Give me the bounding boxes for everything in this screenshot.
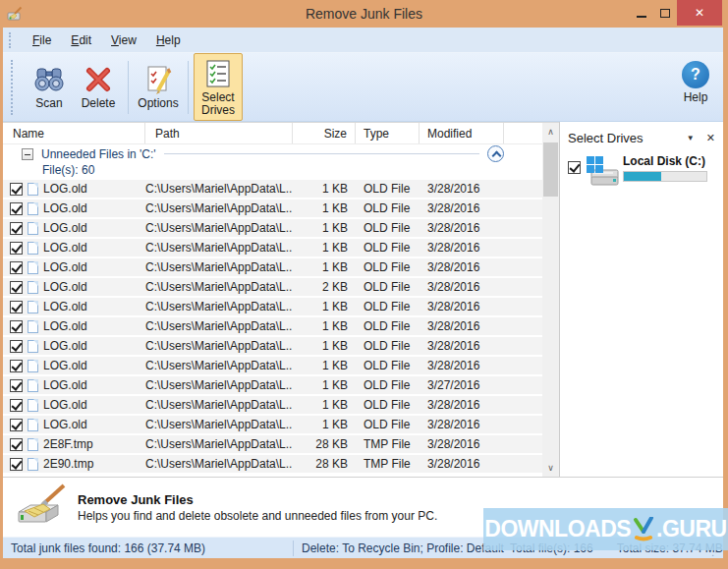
table-row[interactable]: LOG.old C:\Users\Mariel\AppData\L... 1 K… <box>3 376 559 394</box>
file-size: 1 KB <box>293 221 356 235</box>
row-checkbox[interactable] <box>10 399 23 412</box>
table-row[interactable]: LOG.old C:\Users\Mariel\AppData\L... 1 K… <box>3 199 559 217</box>
maximize-button[interactable] <box>653 9 677 18</box>
table-row[interactable]: LOG.old C:\Users\Mariel\AppData\L... 1 K… <box>3 258 559 276</box>
group-count: File(s): 60 <box>3 163 559 178</box>
menu-view[interactable]: View <box>101 30 146 50</box>
file-name: LOG.old <box>43 221 87 235</box>
file-path: C:\Users\Mariel\AppData\L... <box>145 339 293 353</box>
file-modified: 3/28/2016 <box>420 182 504 196</box>
table-row[interactable]: LOG.old C:\Users\Mariel\AppData\L... 1 K… <box>3 416 559 433</box>
column-header-name[interactable]: Name <box>3 123 145 143</box>
file-type: OLD File <box>356 339 420 353</box>
table-row[interactable]: LOG.old C:\Users\Mariel\AppData\L... 1 K… <box>3 180 559 198</box>
file-path: C:\Users\Mariel\AppData\L... <box>145 260 293 274</box>
row-checkbox[interactable] <box>10 261 23 274</box>
file-modified: 3/28/2016 <box>420 398 504 412</box>
watermark-overlay: DOWNLOADS .GURU <box>483 508 728 550</box>
table-row[interactable]: LOG.old C:\Users\Mariel\AppData\L... 1 K… <box>3 317 559 335</box>
table-row[interactable]: 2E90.tmp C:\Users\Mariel\AppData\L... 28… <box>3 455 559 473</box>
watermark-text-left: DOWNLOADS <box>484 516 631 542</box>
binoculars-icon <box>33 63 65 96</box>
table-row[interactable]: LOG.old C:\Users\Mariel\AppData\L... 1 K… <box>3 219 559 237</box>
column-header-path[interactable]: Path <box>145 123 293 143</box>
menu-help[interactable]: Help <box>146 30 191 50</box>
file-name: 2E90.tmp <box>43 457 93 471</box>
toolbar-separator <box>128 61 129 114</box>
row-checkbox[interactable] <box>10 281 23 294</box>
chevron-down-icon[interactable]: ▼ <box>683 134 699 142</box>
drive-item[interactable]: Local Disk (C:) <box>568 154 717 188</box>
scan-button[interactable]: Scan <box>25 60 74 113</box>
options-button[interactable]: Options <box>134 60 183 113</box>
file-size: 1 KB <box>293 182 356 196</box>
help-label: Help <box>684 90 708 104</box>
row-checkbox[interactable] <box>10 222 23 235</box>
collapse-chevron-button[interactable] <box>487 145 504 162</box>
panel-close-icon[interactable]: ✕ <box>699 132 717 144</box>
file-icon <box>28 320 38 333</box>
row-checkbox[interactable] <box>10 320 23 333</box>
collapse-minus-icon[interactable] <box>22 148 33 160</box>
file-size: 1 KB <box>293 359 356 372</box>
client-area: File Edit View Help <box>3 28 723 558</box>
row-checkbox[interactable] <box>10 419 23 431</box>
minimize-button[interactable] <box>630 4 653 22</box>
file-path: C:\Users\Mariel\AppData\L... <box>145 201 293 215</box>
menu-file[interactable]: File <box>23 30 61 50</box>
vertical-scrollbar[interactable]: ∧ ∨ <box>542 123 559 477</box>
table-row[interactable]: LOG.old C:\Users\Mariel\AppData\L... 1 K… <box>3 396 559 414</box>
row-checkbox[interactable] <box>10 360 23 372</box>
file-icon <box>28 301 38 313</box>
file-icon <box>28 419 38 431</box>
menu-edit[interactable]: Edit <box>61 30 101 50</box>
file-modified: 3/28/2016 <box>420 300 504 313</box>
file-type: OLD File <box>356 378 420 392</box>
table-row[interactable]: LOG.old C:\Users\Mariel\AppData\L... 1 K… <box>3 337 559 355</box>
row-checkbox[interactable] <box>10 458 23 471</box>
file-type: OLD File <box>356 359 420 372</box>
file-modified: 3/28/2016 <box>420 339 504 353</box>
table-row[interactable]: LOG.old C:\Users\Mariel\AppData\L... 1 K… <box>3 298 559 315</box>
file-type: OLD File <box>356 418 420 431</box>
row-checkbox[interactable] <box>10 202 23 215</box>
file-path: C:\Users\Mariel\AppData\L... <box>145 378 293 392</box>
row-checkbox[interactable] <box>10 438 23 451</box>
column-header-size[interactable]: Size <box>293 123 356 143</box>
main-area: Name Path Size Type Modified Unneeded Fi… <box>3 122 723 477</box>
delete-button[interactable]: Delete <box>74 60 123 113</box>
row-checkbox[interactable] <box>10 340 23 353</box>
row-checkbox[interactable] <box>10 183 23 196</box>
scroll-down-icon[interactable]: ∨ <box>542 460 559 476</box>
row-checkbox[interactable] <box>10 301 23 313</box>
row-checkbox[interactable] <box>10 242 23 255</box>
file-path: C:\Users\Mariel\AppData\L... <box>145 221 293 235</box>
help-button[interactable]: ? Help <box>682 61 709 104</box>
file-path: C:\Users\Mariel\AppData\L... <box>145 241 293 255</box>
table-row[interactable]: LOG.old C:\Users\Mariel\AppData\L... 1 K… <box>3 239 559 256</box>
scrollbar-thumb[interactable] <box>543 142 558 197</box>
table-row[interactable]: LOG.old C:\Users\Mariel\AppData\L... 1 K… <box>3 357 559 374</box>
table-rows: LOG.old C:\Users\Mariel\AppData\L... 1 K… <box>3 180 559 473</box>
file-name: LOG.old <box>43 398 87 412</box>
column-header-modified[interactable]: Modified <box>420 123 504 143</box>
file-modified: 3/28/2016 <box>420 260 504 274</box>
close-button[interactable]: ✕ <box>677 0 722 26</box>
file-path: C:\Users\Mariel\AppData\L... <box>145 300 293 313</box>
drive-label: Local Disk (C:) <box>623 154 707 168</box>
file-modified: 3/28/2016 <box>420 319 504 333</box>
drive-checkbox[interactable] <box>568 161 581 174</box>
table-row[interactable]: 2E8F.tmp C:\Users\Mariel\AppData\L... 28… <box>3 435 559 453</box>
toolbar-separator <box>188 61 189 114</box>
row-checkbox[interactable] <box>10 379 23 392</box>
table-row[interactable]: LOG.old C:\Users\Mariel\AppData\L... 2 K… <box>3 278 559 296</box>
file-size: 1 KB <box>293 300 356 313</box>
file-name: LOG.old <box>43 339 87 353</box>
file-size: 28 KB <box>293 457 356 471</box>
column-header-type[interactable]: Type <box>356 123 420 143</box>
file-size: 1 KB <box>293 378 356 392</box>
file-modified: 3/28/2016 <box>420 241 504 255</box>
file-size: 28 KB <box>293 437 356 451</box>
scroll-up-icon[interactable]: ∧ <box>542 124 559 140</box>
select-drives-button[interactable]: Select Drives <box>194 53 243 121</box>
